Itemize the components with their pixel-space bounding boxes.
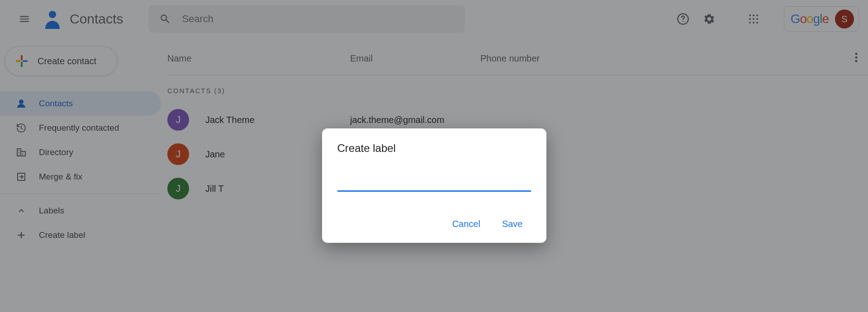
save-button[interactable]: Save — [502, 219, 523, 229]
cancel-button[interactable]: Cancel — [452, 219, 480, 229]
label-name-input[interactable] — [337, 175, 531, 192]
dialog-title: Create label — [337, 142, 531, 155]
modal-overlay[interactable]: Create label Cancel Save — [0, 0, 868, 312]
create-label-dialog: Create label Cancel Save — [322, 128, 546, 243]
dialog-actions: Cancel Save — [337, 219, 531, 233]
